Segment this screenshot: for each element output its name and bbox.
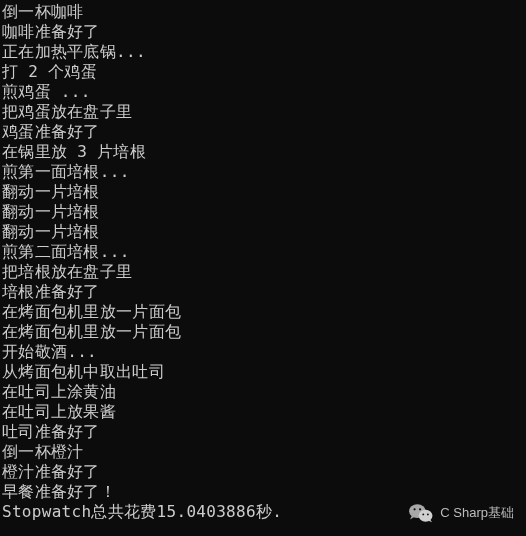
console-line: 从烤面包机中取出吐司 (2, 362, 526, 382)
console-line: 煎第一面培根... (2, 162, 526, 182)
console-line: 把培根放在盘子里 (2, 262, 526, 282)
console-line: 橙汁准备好了 (2, 462, 526, 482)
console-line: 鸡蛋准备好了 (2, 122, 526, 142)
console-line: 吐司准备好了 (2, 422, 526, 442)
console-line: 培根准备好了 (2, 282, 526, 302)
console-line: 倒一杯橙汁 (2, 442, 526, 462)
console-line: 煎第二面培根... (2, 242, 526, 262)
console-line: 翻动一片培根 (2, 222, 526, 242)
console-line: 正在加热平底锅... (2, 42, 526, 62)
console-line: 翻动一片培根 (2, 202, 526, 222)
console-line: 打 2 个鸡蛋 (2, 62, 526, 82)
svg-point-2 (414, 508, 416, 510)
console-line: 倒一杯咖啡 (2, 2, 526, 22)
svg-point-5 (427, 513, 429, 515)
svg-point-3 (419, 508, 421, 510)
console-line: 在烤面包机里放一片面包 (2, 302, 526, 322)
console-line: 早餐准备好了！ (2, 482, 526, 502)
console-line: 翻动一片培根 (2, 182, 526, 202)
watermark-label: C Sharp基础 (440, 503, 514, 523)
wechat-icon (408, 502, 434, 524)
console-line: 咖啡准备好了 (2, 22, 526, 42)
watermark: C Sharp基础 (408, 502, 514, 524)
console-output: 倒一杯咖啡咖啡准备好了正在加热平底锅...打 2 个鸡蛋煎鸡蛋 ...把鸡蛋放在… (0, 0, 526, 522)
console-line: 在锅里放 3 片培根 (2, 142, 526, 162)
svg-point-4 (423, 513, 425, 515)
console-line: 在烤面包机里放一片面包 (2, 322, 526, 342)
console-line: 把鸡蛋放在盘子里 (2, 102, 526, 122)
console-line: 在吐司上放果酱 (2, 402, 526, 422)
console-line: 在吐司上涂黄油 (2, 382, 526, 402)
console-line: 煎鸡蛋 ... (2, 82, 526, 102)
console-line: 开始敬酒... (2, 342, 526, 362)
